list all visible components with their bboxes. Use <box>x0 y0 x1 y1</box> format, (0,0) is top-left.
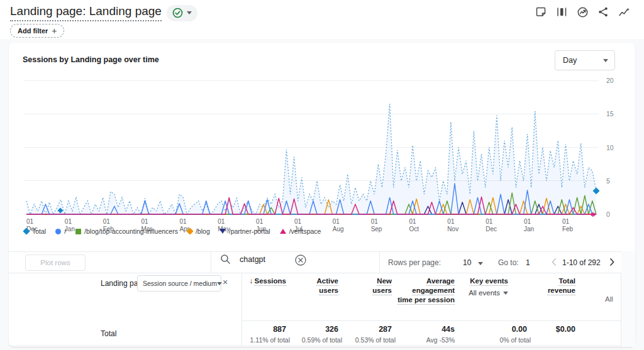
legend-item-total[interactable]: Total <box>24 227 46 235</box>
legend-label: /blog/top-accounting-influencers <box>84 227 178 235</box>
pagination-range: 1-10 of 292 <box>562 258 601 267</box>
divider <box>9 346 635 346</box>
y-axis-label: 10 <box>606 144 624 151</box>
total-row-label: Total <box>101 329 116 338</box>
legend-item-blog[interactable]: /blog <box>187 227 210 235</box>
x-axis-label: 01Oct <box>409 218 419 233</box>
share-icon[interactable] <box>597 6 609 18</box>
interval-value: Day <box>563 56 577 65</box>
clear-search-icon[interactable] <box>294 254 307 266</box>
key-events-filter-value: All events <box>469 288 500 298</box>
note-icon[interactable] <box>535 6 547 18</box>
total-avg-engagement-subvalue: Avg -53% <box>398 336 455 344</box>
x-axis-label: 01Nov <box>447 218 458 233</box>
page-title: Landing page: Landing page <box>10 4 162 21</box>
time-series-chart[interactable]: ✱ 0510152001Dec01Jan01Feb01Mar01Apr01May… <box>24 80 599 214</box>
secondary-dimension-value: Session source / medium <box>143 280 217 287</box>
report-status-pill[interactable] <box>167 5 197 21</box>
overflow-column <box>621 251 635 347</box>
column-header-sessions[interactable]: ↓Sessions <box>226 276 286 286</box>
x-axis-label: 01Dec <box>486 218 497 233</box>
chevron-down-icon <box>603 59 608 62</box>
plot-rows-label: Plot rows <box>40 259 70 266</box>
total-active-users-value: 326 <box>288 325 338 334</box>
search-input[interactable]: chatgpt <box>240 255 265 264</box>
y-axis-label: 20 <box>606 77 624 84</box>
diamond-marker-icon <box>186 227 193 234</box>
plot-rows-button[interactable]: Plot rows <box>25 254 86 271</box>
total-revenue-value: $0.00 <box>525 325 575 334</box>
add-filter-button[interactable]: Add filter + <box>10 24 64 38</box>
y-axis-label: 15 <box>606 110 624 118</box>
legend-item-partner-portal[interactable]: /partner-portal <box>219 227 270 235</box>
check-circle-icon <box>172 8 183 18</box>
sort-descending-icon: ↓ <box>250 277 253 285</box>
x-axis-label: 01Sep <box>371 218 382 233</box>
total-key-events-subvalue: 0% of total <box>474 336 531 344</box>
column-header-key-events[interactable]: Key events All events <box>448 276 508 298</box>
divider <box>379 252 380 273</box>
divider <box>9 251 635 252</box>
column-header-active-users[interactable]: Active users <box>308 276 338 295</box>
chevron-down-icon <box>503 292 508 295</box>
chart-title: Sessions by Landing page over time <box>23 55 159 64</box>
triangle-down-marker-icon <box>219 229 226 234</box>
total-new-users-value: 287 <box>341 325 392 334</box>
total-new-users-subvalue: 0.53% of total <box>339 336 396 344</box>
triangle-up-marker-icon <box>280 229 286 234</box>
toolbar-icons <box>535 6 630 18</box>
x-axis-label: 01Aug <box>333 218 344 233</box>
svg-text:✱: ✱ <box>591 211 596 218</box>
divider <box>211 252 211 273</box>
column-header-new-users[interactable]: New users <box>365 276 392 295</box>
total-active-users-subvalue: 0.59% of total <box>286 336 342 344</box>
y-axis-label: 5 <box>606 177 624 185</box>
legend-item-root[interactable]: / <box>55 227 66 235</box>
diamond-marker-icon <box>23 227 30 234</box>
legend-item-veritspace[interactable]: /veritspace <box>280 227 321 235</box>
column-header-total-revenue[interactable]: Total revenue <box>536 276 575 295</box>
square-marker-icon <box>75 229 81 234</box>
top-bar: Landing page: Landing page Add filter + <box>0 0 644 39</box>
legend-label: /veritspace <box>289 227 321 235</box>
trending-icon[interactable] <box>618 6 630 18</box>
goto-label: Go to: <box>498 258 519 267</box>
chevron-down-icon <box>187 11 192 14</box>
divider <box>621 273 621 346</box>
rows-per-page-label: Rows per page: <box>388 258 441 267</box>
report-title-row: Landing page: Landing page <box>10 4 197 21</box>
comparison-icon[interactable] <box>555 6 568 18</box>
total-sessions-subvalue: 1.11% of total <box>233 336 290 344</box>
interval-select[interactable]: Day <box>555 50 615 70</box>
legend-label: /partner-portal <box>229 227 270 235</box>
rows-per-page-select[interactable]: 10 <box>463 258 471 267</box>
divider <box>242 320 621 321</box>
secondary-dimension-select[interactable]: Session source / medium <box>137 275 221 292</box>
chevron-down-icon <box>217 282 222 285</box>
report-card: Sessions by Landing page over time Day ✱… <box>9 43 635 347</box>
y-axis-label: 0 <box>606 211 624 218</box>
x-axis-label: 01Feb <box>562 218 573 233</box>
chart-series-svg: ✱ <box>24 80 599 219</box>
chart-legend: Total / /blog/top-accounting-influencers… <box>24 227 321 235</box>
insights-icon[interactable] <box>576 6 589 18</box>
search-icon <box>220 254 231 265</box>
circle-marker-icon <box>55 229 61 234</box>
total-sessions-value: 887 <box>236 325 286 334</box>
add-filter-label: Add filter <box>18 27 48 35</box>
next-page-icon[interactable] <box>608 257 616 267</box>
chevron-down-icon[interactable] <box>478 262 483 265</box>
legend-label: /blog <box>196 227 210 235</box>
legend-item-blog-influencers[interactable]: /blog/top-accounting-influencers <box>75 227 178 235</box>
table-search[interactable]: chatgpt <box>220 254 265 265</box>
key-events-filter-select[interactable]: All events <box>448 288 508 298</box>
previous-page-icon[interactable] <box>550 257 558 267</box>
overflow-column-text: All <box>605 295 613 303</box>
x-axis-label: 01Jan <box>524 218 534 233</box>
goto-input[interactable]: 1 <box>526 258 530 267</box>
plus-icon: + <box>52 26 57 36</box>
divider <box>9 273 635 273</box>
legend-label: / <box>64 227 66 235</box>
total-avg-engagement-value: 44s <box>404 325 455 334</box>
column-header-avg-engagement[interactable]: Average engagement time per session <box>397 276 455 305</box>
